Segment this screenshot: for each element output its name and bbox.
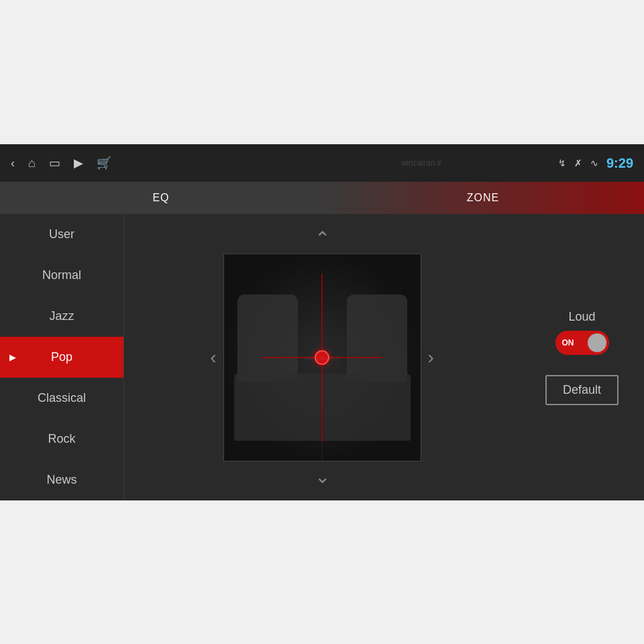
- sidebar-item-classical[interactable]: Classical: [0, 378, 123, 419]
- crosshair-dot: [315, 350, 329, 365]
- back-icon[interactable]: ‹: [11, 156, 15, 170]
- status-icons-group: ↯ ✗ ∿ 9:29: [558, 156, 633, 171]
- cast-icon: ↯: [558, 158, 566, 168]
- top-bar: ‹ ⌂ ▭ ▶ 🛒 wincairan.ir ↯ ✗ ∿ 9:29: [0, 144, 644, 182]
- main-content: User Normal Jazz Pop Classical Rock: [0, 214, 644, 500]
- sidebar-item-news[interactable]: News: [0, 460, 123, 500]
- sidebar-item-rock-label: Rock: [48, 432, 75, 446]
- clock: 9:29: [606, 156, 633, 171]
- tab-zone-label: ZONE: [467, 192, 499, 204]
- tab-bar: EQ ZONE: [0, 182, 644, 214]
- sidebar-item-user[interactable]: User: [0, 214, 123, 255]
- sidebar-item-normal[interactable]: Normal: [0, 255, 123, 296]
- camera-icon[interactable]: ▶: [74, 156, 83, 170]
- loud-label: Loud: [568, 310, 595, 324]
- center-panel: ⌃ ‹: [124, 214, 520, 500]
- sidebar-item-pop[interactable]: Pop: [0, 337, 123, 378]
- tab-eq[interactable]: EQ: [0, 182, 322, 214]
- arrow-down-button[interactable]: ⌄: [315, 466, 330, 488]
- default-button[interactable]: Default: [545, 375, 619, 405]
- main-screen: ‹ ⌂ ▭ ▶ 🛒 wincairan.ir ↯ ✗ ∿ 9:29 EQ ZON…: [0, 144, 644, 500]
- nav-icons-group: ‹ ⌂ ▭ ▶ 🛒: [11, 156, 284, 170]
- loud-section: Loud ON: [555, 310, 609, 355]
- sidebar-item-rock[interactable]: Rock: [0, 419, 123, 460]
- sidebar: User Normal Jazz Pop Classical Rock: [0, 214, 124, 500]
- sidebar-item-user-label: User: [49, 227, 74, 241]
- bluetooth-icon: ✗: [574, 158, 582, 168]
- car-interior: wincairan.ir: [224, 254, 421, 461]
- sidebar-item-news-label: News: [46, 473, 76, 487]
- arrow-up-button[interactable]: ⌃: [315, 227, 330, 250]
- bag-icon[interactable]: 🛒: [97, 156, 111, 170]
- toggle-knob: [588, 333, 606, 352]
- zone-image[interactable]: wincairan.ir: [223, 254, 421, 462]
- arrow-right-button[interactable]: ›: [428, 347, 434, 368]
- loud-toggle[interactable]: ON: [555, 331, 609, 355]
- seat-left-front: [237, 294, 298, 382]
- seat-right-front: [347, 294, 407, 382]
- tab-eq-label: EQ: [152, 192, 169, 204]
- top-bar-watermark: wincairan.ir: [284, 158, 558, 168]
- right-panel: Loud ON Default: [520, 214, 644, 500]
- sidebar-item-jazz-label: Jazz: [49, 309, 74, 323]
- toggle-on-text: ON: [562, 338, 574, 347]
- sidebar-item-jazz[interactable]: Jazz: [0, 296, 123, 337]
- arrow-left-button[interactable]: ‹: [210, 347, 216, 368]
- sidebar-item-normal-label: Normal: [42, 268, 81, 282]
- wifi-icon: ∿: [590, 158, 598, 168]
- tab-zone[interactable]: ZONE: [322, 182, 644, 214]
- zone-row: ‹: [210, 254, 434, 462]
- sidebar-item-classical-label: Classical: [38, 391, 86, 405]
- home-icon[interactable]: ⌂: [28, 156, 36, 170]
- windows-icon[interactable]: ▭: [49, 156, 60, 170]
- sidebar-item-pop-label: Pop: [51, 350, 72, 364]
